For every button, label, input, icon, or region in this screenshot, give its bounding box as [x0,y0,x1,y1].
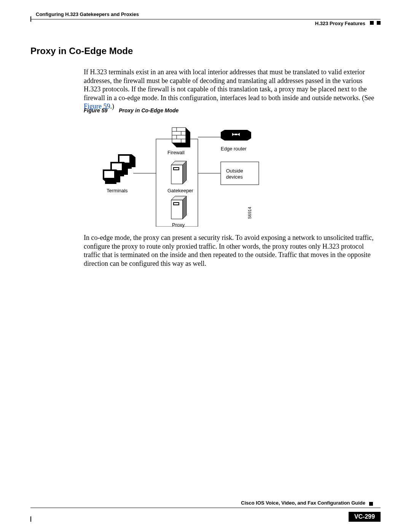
diagram: Firewall Edge router Terminals Gatekeepe… [84,116,282,227]
header-section: H.323 Proxy Features [315,21,365,26]
page: Configuring H.323 Gatekeepers and Proxie… [30,11,381,522]
body-paragraph: In co-edge mode, the proxy can present a… [84,233,381,268]
outside-label: Outside [226,168,243,174]
terminals-label: Terminals [107,188,128,193]
figure-code: S6914 [247,207,252,219]
svg-rect-27 [105,181,116,184]
svg-rect-33 [174,168,178,169]
svg-rect-20 [119,156,129,163]
svg-marker-37 [183,196,186,219]
svg-marker-31 [183,161,186,184]
svg-rect-39 [174,203,178,204]
header-square-icon [377,21,381,25]
svg-rect-23 [112,163,122,170]
figure-caption-title: Proxy in Co-Edge Mode [119,107,178,113]
header-rule [30,19,381,19]
firewall-icon [172,128,190,147]
gatekeeper-icon [171,161,186,184]
figure-caption-label: Figure 59 [84,107,107,113]
diagram-svg [84,116,282,227]
footer-guide: Cisco IOS Voice, Video, and Fax Configur… [241,500,365,506]
edge-router-label: Edge router [221,146,247,152]
edge-router-icon [221,130,251,141]
intro-text: If H.323 terminals exist in an area with… [84,68,374,102]
section-title: Proxy in Co-Edge Mode [30,46,133,56]
footer-square-icon [369,502,373,506]
page-number-badge: VC-299 [349,512,381,522]
gatekeeper-label: Gatekeeper [167,188,193,193]
firewall-label: Firewall [167,150,185,155]
header-chapter: Configuring H.323 Gatekeepers and Proxie… [36,11,139,17]
figure-caption: Figure 59Proxy in Co-Edge Mode [84,107,178,113]
devices-label: devices [226,174,243,180]
proxy-icon [171,196,186,219]
header-square-icon [370,21,374,25]
footer-tick [30,516,31,522]
terminals-icon [103,154,135,184]
proxy-label: Proxy [172,222,185,228]
intro-paragraph: If H.323 terminals exist in an area with… [84,68,381,111]
svg-rect-26 [104,171,114,178]
footer-rule [30,508,381,508]
svg-rect-18 [234,134,237,135]
